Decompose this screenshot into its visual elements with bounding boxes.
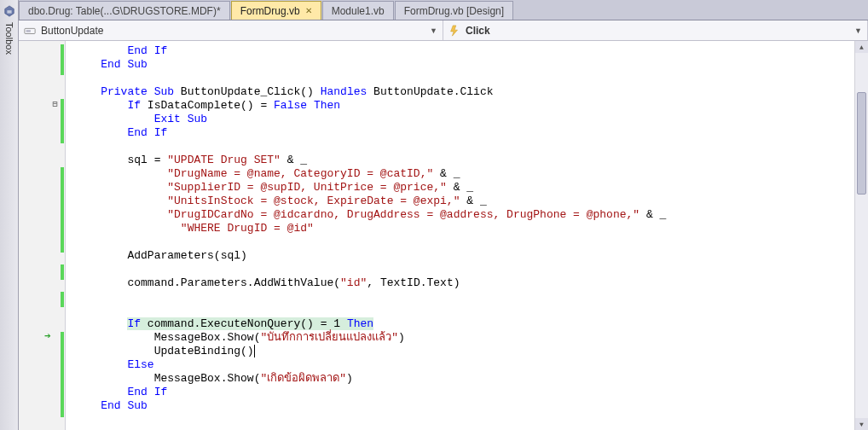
editor-gutter: ⊟ ➔	[19, 41, 66, 430]
close-icon[interactable]: ✕	[305, 6, 312, 15]
scroll-up-button[interactable]: ▲	[855, 41, 868, 53]
button-icon	[24, 25, 36, 37]
toolbox-icon	[3, 5, 15, 17]
outline-collapse-icon[interactable]: ⊟	[51, 99, 59, 109]
event-dropdown[interactable]: Click ▼	[443, 20, 868, 40]
scroll-thumb[interactable]	[857, 92, 866, 195]
tab-dbo-drug-table[interactable]: dbo.Drug: Table(...G\DRUGSTORE.MDF)*	[19, 1, 230, 20]
tab-module1-vb[interactable]: Module1.vb	[322, 1, 394, 20]
tab-label: FormDrug.vb	[240, 5, 300, 17]
toolbox-panel-tab[interactable]: Toolbox	[0, 0, 19, 430]
svg-rect-1	[26, 30, 31, 32]
change-marker	[61, 99, 64, 143]
tab-formdrug-design[interactable]: FormDrug.vb [Design]	[395, 1, 513, 20]
tab-label: Module1.vb	[332, 5, 385, 17]
change-marker	[61, 292, 64, 307]
scroll-down-button[interactable]: ▼	[855, 418, 868, 430]
member-dropdowns: ButtonUpdate ▼ Click ▼	[19, 20, 868, 41]
text-cursor	[254, 345, 255, 357]
change-marker	[61, 167, 64, 253]
change-marker	[61, 44, 64, 75]
tab-label: FormDrug.vb [Design]	[404, 5, 504, 17]
code-editor[interactable]: ⊟ ➔ End If End Sub Private Sub ButtonUpd…	[19, 41, 868, 430]
tab-label: dbo.Drug: Table(...G\DRUGSTORE.MDF)*	[28, 5, 221, 17]
vertical-scrollbar[interactable]: ▲ ▼	[854, 41, 868, 430]
dropdown-text: ButtonUpdate	[41, 25, 425, 37]
change-marker	[61, 332, 64, 417]
object-dropdown[interactable]: ButtonUpdate ▼	[19, 20, 443, 40]
chevron-down-icon: ▼	[430, 26, 437, 35]
tab-formdrug-vb[interactable]: FormDrug.vb✕	[231, 1, 321, 20]
code-area[interactable]: End If End Sub Private Sub ButtonUpdate_…	[66, 41, 868, 430]
dropdown-text: Click	[466, 25, 849, 37]
chevron-down-icon: ▼	[854, 26, 862, 35]
document-tabs: dbo.Drug: Table(...G\DRUGSTORE.MDF)* For…	[19, 0, 868, 20]
toolbox-label: Toolbox	[4, 22, 14, 55]
event-icon	[448, 25, 460, 37]
change-marker	[61, 264, 64, 280]
current-line-arrow-icon: ➔	[44, 329, 51, 343]
